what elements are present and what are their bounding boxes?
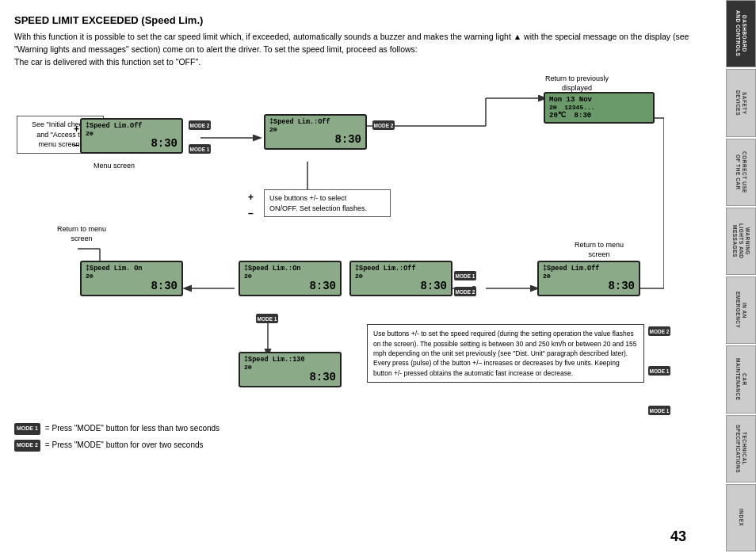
legend: MODE 1 = Press "MODE" button for less th…: [14, 421, 712, 452]
sidebar-tab-technical[interactable]: TECHNICALSPECIFICATIONS: [726, 415, 756, 482]
mode1-legend-text: = Press "MODE" button for less than two …: [45, 421, 220, 436]
sidebar-tab-warning[interactable]: WARNINGLIGHTS ANDMESSAGES: [726, 208, 756, 275]
plus-label-2: +: [248, 192, 254, 203]
sidebar: DASHBOARDAND CONTROLS SAFETYDEVICES CORR…: [726, 0, 756, 553]
lcd-screen-2: ‡Speed Lim.:Off 2⊕ 8:30: [264, 114, 367, 150]
lcd-screen-6: ‡Speed Lim.:Off 2⊕ 8:30: [349, 261, 452, 296]
sidebar-tab-index[interactable]: INDEX: [726, 484, 756, 551]
use-buttons-onoff-annotation: Use buttons +/- to select ON/OFF. Set se…: [264, 189, 391, 217]
mode1-btn-1: MODE 1: [189, 144, 211, 154]
mode2-legend-badge: MODE 2: [14, 440, 40, 452]
return-menu-top-label: Return to menuscreen: [46, 225, 117, 243]
mode2-legend-text: = Press "MODE" button for over two secon…: [45, 438, 204, 452]
mode1-btn-5: MODE 1: [256, 314, 278, 323]
lcd-screen-8: ‡Speed Lim.:130 2⊕ 8:30: [239, 352, 342, 387]
lcd-screen-4: ‡Speed Lim. On 2⊕ 8:30: [80, 261, 183, 296]
mode2-btn-6: MODE 2: [454, 287, 476, 296]
menu-screen-label: Menu screen: [94, 162, 135, 171]
sidebar-tab-dashboard[interactable]: DASHBOARDAND CONTROLS: [726, 0, 756, 67]
page-number: 43: [670, 528, 686, 545]
mode2-btn-2: MODE 2: [372, 120, 395, 130]
mode1-btn-6: MODE 1: [454, 271, 476, 280]
lcd-screen-5: ‡Speed Lim.:On 2⊕ 8:30: [239, 261, 342, 296]
sidebar-tab-maintenance[interactable]: CARMAINTENANCE: [726, 345, 756, 413]
lcd-screen-3: Mon 13 Nov 2⊕ 12345... 20℃ 8:30: [544, 92, 655, 124]
mode1-legend-badge: MODE 1: [14, 423, 40, 435]
return-menu-right-label: Return to menuscreen: [559, 241, 639, 259]
lcd-screen-7: ‡Speed Lim.Off 2⊕ 8:30: [537, 261, 640, 296]
mode2-btn-info: MODE 2: [648, 326, 670, 336]
minus-label-1: –: [74, 139, 79, 151]
mode1-btn-info2: MODE 1: [648, 406, 670, 415]
mode2-btn-1: MODE 2: [189, 120, 211, 130]
mode1-btn-info: MODE 1: [648, 366, 670, 376]
sidebar-tab-correct-use[interactable]: CORRECT USEOF THE CAR: [726, 139, 756, 206]
page-title: SPEED LIMIT EXCEEDED (Speed Lim.): [14, 14, 712, 26]
plus-label-1: +: [74, 124, 79, 135]
intro-text: With this function it is possible to set…: [14, 31, 712, 68]
sidebar-tab-safety[interactable]: SAFETYDEVICES: [726, 69, 756, 136]
use-buttons-speed-box: Use buttons +/- to set the speed require…: [367, 324, 644, 383]
sidebar-tab-emergency[interactable]: IN ANEMERGENCY: [726, 276, 756, 344]
lcd-screen-1: ‡Speed Lim.Off 2⊕ 8:30: [80, 118, 183, 154]
minus-label-2: –: [248, 208, 254, 219]
